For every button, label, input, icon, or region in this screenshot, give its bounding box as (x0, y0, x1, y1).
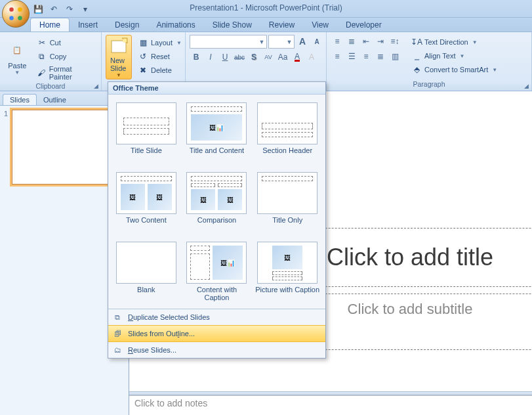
font-name-input[interactable] (190, 35, 257, 48)
increase-indent-button[interactable]: ⇥ (374, 35, 387, 48)
columns-button[interactable]: ▥ (388, 50, 401, 63)
align-center-button[interactable]: ☰ (345, 50, 358, 63)
layout-label: Title Only (272, 216, 302, 232)
convert-smartart-button[interactable]: ⬘Convert to SmartArt▼ (408, 63, 501, 76)
svg-point-3 (18, 16, 22, 20)
tab-slide-show[interactable]: Slide Show (204, 18, 260, 32)
tab-insert[interactable]: Insert (70, 18, 106, 32)
layout-picture-with-caption[interactable]: 🖼 Picture with Caption (252, 238, 323, 307)
smartart-icon: ⬘ (411, 64, 422, 75)
reuse-slides[interactable]: 🗂 Reuse Slides... (108, 342, 325, 358)
clear-formatting-button[interactable]: A (305, 51, 318, 64)
convert-smartart-label: Convert to SmartArt (424, 66, 488, 74)
layout-thumb (257, 172, 317, 214)
paste-button[interactable]: 📋 Paste ▼ (4, 35, 31, 79)
layout-icon: ▦ (138, 37, 148, 48)
tab-view[interactable]: View (303, 18, 337, 32)
font-name-combo[interactable]: ▼ (190, 35, 267, 49)
italic-button[interactable]: I (204, 51, 217, 64)
copy-icon: ⧉ (37, 51, 47, 62)
gallery-header: Office Theme (108, 82, 325, 95)
slides-from-outline[interactable]: 🗐 Slides from Outline... (108, 325, 325, 342)
shrink-font-button[interactable]: A (310, 35, 323, 48)
grow-font-button[interactable]: A (296, 35, 309, 48)
align-text-button[interactable]: ⎯Align Text▼ (408, 49, 501, 62)
format-painter-label: Format Painter (49, 65, 94, 81)
align-left-button[interactable]: ≡ (331, 50, 344, 63)
layout-content-with-caption[interactable]: 🖼📊 Content with Caption (182, 238, 253, 307)
layout-thumb (257, 102, 317, 144)
outline-tab[interactable]: Outline (37, 95, 73, 105)
layout-two-content[interactable]: 🖼 🖼 Two Content (111, 168, 182, 238)
text-direction-button[interactable]: ↧AText Direction▼ (408, 35, 501, 49)
numbering-button[interactable]: ≣ (345, 35, 358, 48)
window-title: Presentation1 - Microsoft PowerPoint (Tr… (190, 3, 342, 12)
office-button[interactable] (2, 0, 30, 28)
layout-label: Section Header (262, 146, 312, 162)
group-paragraph: ≡ ≣ ⇤ ⇥ ≡↕ ≡ ☰ ≡ ≣ ▥ ↧AText Direction▼ ⎯… (327, 32, 532, 91)
qat-dropdown-icon[interactable]: ▾ (79, 3, 92, 16)
line-spacing-button[interactable]: ≡↕ (388, 35, 401, 48)
underline-button[interactable]: U (218, 51, 232, 64)
layout-grid: Title Slide 🖼📊 Title and Content Section… (108, 95, 325, 309)
paragraph-launcher-icon[interactable]: ◢ (522, 82, 530, 90)
bullets-button[interactable]: ≡ (331, 35, 344, 48)
char-spacing-button[interactable]: AV (262, 51, 275, 64)
font-color-button[interactable]: A (291, 51, 304, 64)
undo-icon[interactable]: ↶ (47, 3, 60, 16)
clipboard-launcher-icon[interactable]: ◢ (92, 82, 100, 90)
delete-label: Delete (151, 66, 172, 74)
layout-comparison[interactable]: 🖼 🖼 Comparison (182, 168, 253, 238)
title-bar: 💾 ↶ ↷ ▾ Presentation1 - Microsoft PowerP… (0, 0, 532, 18)
bold-button[interactable]: B (190, 51, 203, 64)
new-slide-icon (109, 37, 129, 56)
justify-button[interactable]: ≣ (374, 50, 387, 63)
redo-icon[interactable]: ↷ (63, 3, 76, 16)
copy-button[interactable]: ⧉Copy (33, 50, 97, 63)
tab-review[interactable]: Review (260, 18, 303, 32)
layout-title-slide[interactable]: Title Slide (111, 98, 182, 168)
reset-label: Reset (151, 53, 170, 60)
slides-tab[interactable]: Slides (3, 94, 37, 105)
new-slide-button[interactable]: New Slide ▼ (106, 35, 132, 79)
notes-placeholder[interactable]: Click to add notes (129, 395, 532, 415)
font-size-combo[interactable]: ▼ (268, 35, 295, 49)
save-icon[interactable]: 💾 (31, 3, 45, 16)
chevron-down-icon[interactable]: ▼ (285, 39, 294, 45)
layout-thumb: 🖼 🖼 (186, 172, 247, 214)
layout-title-only[interactable]: Title Only (252, 168, 323, 238)
format-painter-button[interactable]: 🖌Format Painter (33, 64, 97, 82)
clear-format-icon: A (309, 53, 314, 62)
text-shadow-button[interactable]: S (247, 51, 260, 64)
charspace-icon: AV (264, 54, 272, 60)
layout-label: Content with Caption (184, 286, 250, 301)
duplicate-selected-slides[interactable]: ⧉ Duplicate Selected Slides (108, 309, 325, 325)
slide-number: 1 (4, 110, 8, 411)
layout-label: Layout (151, 39, 173, 47)
layout-section-header[interactable]: Section Header (252, 98, 323, 168)
decrease-indent-button[interactable]: ⇤ (359, 35, 373, 48)
layout-label: Title and Content (190, 146, 244, 162)
layout-blank[interactable]: Blank (111, 238, 182, 307)
tab-developer[interactable]: Developer (337, 18, 390, 32)
tab-animations[interactable]: Animations (148, 18, 203, 32)
slide-thumbnail[interactable] (12, 110, 113, 185)
strikethrough-button[interactable]: abc (233, 51, 246, 64)
change-case-button[interactable]: Aa (276, 51, 289, 64)
layout-title-and-content[interactable]: 🖼📊 Title and Content (182, 98, 253, 168)
tab-design[interactable]: Design (106, 18, 148, 32)
align-right-button[interactable]: ≡ (359, 50, 373, 63)
delete-button[interactable]: ✖Delete (134, 64, 185, 77)
tab-home[interactable]: Home (30, 18, 70, 32)
layout-label: Comparison (197, 216, 236, 232)
duplicate-icon: ⧉ (112, 312, 123, 322)
brush-icon: 🖌 (37, 68, 47, 78)
reset-button[interactable]: ↺Reset (134, 50, 185, 63)
layout-thumb (116, 102, 176, 144)
copy-label: Copy (50, 53, 67, 60)
chevron-down-icon[interactable]: ▼ (257, 39, 266, 45)
cut-button[interactable]: ✂Cut (33, 36, 97, 49)
gallery-menu: ⧉ Duplicate Selected Slides 🗐 Slides fro… (108, 309, 325, 358)
layout-button[interactable]: ▦Layout▼ (134, 36, 185, 49)
font-size-input[interactable] (269, 35, 285, 48)
